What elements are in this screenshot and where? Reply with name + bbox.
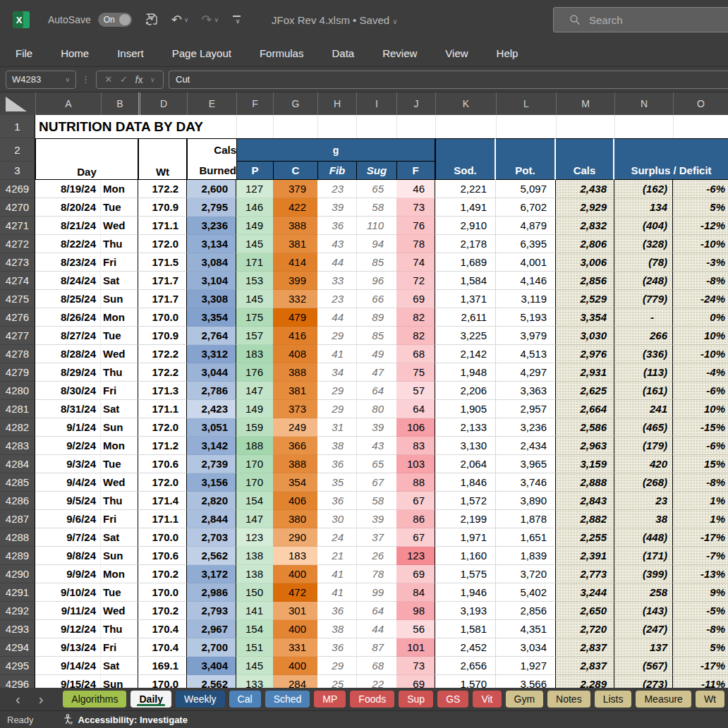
cell-sodium[interactable]: 2,611 (435, 308, 496, 327)
sheet-tab-gs[interactable]: GS (437, 691, 468, 708)
cell-fat[interactable]: 67 (396, 528, 435, 547)
cell-fiber[interactable]: 21 (317, 547, 356, 565)
col-header-O[interactable]: O (673, 92, 728, 115)
undo-icon[interactable]: ↶ (171, 13, 182, 26)
cell-sodium[interactable]: 1,948 (435, 363, 496, 382)
cell-day[interactable]: Wed (101, 473, 138, 492)
row-header[interactable]: 4296 (0, 675, 35, 688)
cell-cals[interactable]: 2,255 (556, 528, 614, 547)
cell-day[interactable]: Fri (101, 382, 138, 400)
cell-sugar[interactable]: 58 (356, 198, 396, 217)
cell-protein[interactable]: 157 (236, 327, 273, 345)
sheet-tab-gym[interactable]: Gym (506, 691, 544, 708)
cell-protein[interactable]: 145 (236, 290, 273, 308)
row-header[interactable]: 4290 (0, 565, 35, 583)
cell-fat[interactable]: 69 (396, 675, 435, 688)
cell-surplus-deficit[interactable]: (404) (614, 217, 673, 235)
cell-sugar[interactable]: 68 (356, 657, 396, 675)
cell-cals[interactable]: 2,720 (556, 620, 614, 638)
cell-cals[interactable]: 2,773 (556, 565, 614, 583)
cell-cals[interactable]: 2,650 (556, 602, 614, 620)
cell-fiber[interactable]: 36 (317, 492, 356, 510)
cell-fiber[interactable]: 36 (317, 638, 356, 657)
header-potassium[interactable]: Pot. (496, 138, 556, 180)
cell-surplus-pct[interactable]: -7% (673, 547, 728, 565)
cell-fat[interactable]: 72 (396, 272, 435, 290)
cell-sugar[interactable]: 39 (356, 418, 396, 437)
cell-day[interactable]: Sun (101, 675, 138, 688)
cell-date[interactable]: 8/26/24 (35, 308, 101, 327)
row-header[interactable]: 4279 (0, 363, 35, 382)
row-header[interactable]: 4287 (0, 510, 35, 528)
cell-date[interactable]: 8/25/24 (35, 290, 101, 308)
cell-carbs[interactable]: 332 (273, 290, 317, 308)
cell-fiber[interactable]: 41 (317, 583, 356, 602)
cell-day[interactable]: Tue (101, 327, 138, 345)
cell-surplus-pct[interactable]: -17% (673, 657, 728, 675)
cell-day[interactable]: Fri (101, 638, 138, 657)
cell-protein[interactable]: 149 (236, 400, 273, 418)
cell-fiber[interactable]: 30 (317, 510, 356, 528)
cell-weight[interactable]: 171.1 (138, 400, 187, 418)
cell-potassium[interactable]: 5,402 (496, 583, 556, 602)
header-g[interactable]: g (237, 139, 435, 162)
cell-date[interactable]: 8/21/24 (35, 217, 101, 235)
cell-sugar[interactable]: 96 (356, 272, 396, 290)
header-sodium[interactable]: Sod. (435, 138, 496, 180)
cell-surplus-pct[interactable]: -11% (673, 675, 728, 688)
cell-weight[interactable]: 172.0 (138, 418, 187, 437)
cell-surplus-deficit[interactable]: - (614, 308, 673, 327)
col-header-D[interactable]: D (138, 92, 187, 115)
sheet-tab-wt[interactable]: Wt (696, 691, 724, 708)
cell-surplus-deficit[interactable]: 258 (614, 583, 673, 602)
cell-date[interactable]: 9/8/24 (35, 547, 101, 565)
cell-weight[interactable]: 170.6 (138, 547, 187, 565)
cell-sugar[interactable]: 78 (356, 565, 396, 583)
cell-date[interactable]: 8/20/24 (35, 198, 101, 217)
sheet-tab-daily[interactable]: Daily (131, 691, 171, 708)
cell-cals-burned[interactable]: 2,600 (187, 180, 236, 198)
cell-surplus-pct[interactable]: -17% (673, 528, 728, 547)
cell-weight[interactable]: 170.0 (138, 583, 187, 602)
cell-potassium[interactable]: 1,651 (496, 528, 556, 547)
menu-tab-view[interactable]: View (445, 47, 468, 59)
cell-cals[interactable]: 3,354 (556, 308, 614, 327)
cell-sodium[interactable]: 2,206 (435, 382, 496, 400)
cell-carbs[interactable]: 183 (273, 547, 317, 565)
cell-surplus-deficit[interactable]: (78) (614, 253, 673, 272)
cell-surplus-deficit[interactable]: (465) (614, 418, 673, 437)
cell-surplus-pct[interactable]: -8% (673, 473, 728, 492)
cell-potassium[interactable]: 3,034 (496, 638, 556, 657)
menu-tab-page-layout[interactable]: Page Layout (172, 47, 231, 59)
cell-cals[interactable]: 2,391 (556, 547, 614, 565)
cell-fiber[interactable]: 38 (317, 437, 356, 455)
col-header-M[interactable]: M (556, 92, 614, 115)
cell-day[interactable]: Sat (101, 272, 138, 290)
cell-potassium[interactable]: 3,566 (496, 675, 556, 688)
row-header[interactable]: 2 (0, 138, 35, 162)
cell-cals-burned[interactable]: 2,786 (187, 382, 236, 400)
cell-sodium[interactable]: 2,142 (435, 345, 496, 363)
cell-fat[interactable]: 57 (396, 382, 435, 400)
cell-potassium[interactable]: 5,193 (496, 308, 556, 327)
cell-fat[interactable]: 69 (396, 565, 435, 583)
sheet-tab-cal[interactable]: Cal (229, 691, 261, 708)
cell-cals[interactable]: 2,586 (556, 418, 614, 437)
row-header[interactable]: 4294 (0, 638, 35, 657)
row-header[interactable]: 4281 (0, 400, 35, 418)
col-header-I[interactable]: I (356, 92, 396, 115)
cell-cals-burned[interactable]: 3,236 (187, 217, 236, 235)
header-sug[interactable]: Sug (356, 162, 396, 179)
cell-cals[interactable]: 2,837 (556, 638, 614, 657)
cell-sugar[interactable]: 58 (356, 492, 396, 510)
empty-cell[interactable] (435, 115, 496, 138)
cell-day[interactable]: Mon (101, 565, 138, 583)
cell-cals-burned[interactable]: 3,134 (187, 235, 236, 253)
cell-protein[interactable]: 154 (236, 620, 273, 638)
sheet-tab-measure[interactable]: Measure (636, 691, 691, 708)
cell-sugar[interactable]: 47 (356, 363, 396, 382)
cell-date[interactable]: 8/31/24 (35, 400, 101, 418)
cell-date[interactable]: 8/29/24 (35, 363, 101, 382)
cell-protein[interactable]: 147 (236, 382, 273, 400)
insert-function-icon[interactable]: fx (135, 74, 142, 85)
